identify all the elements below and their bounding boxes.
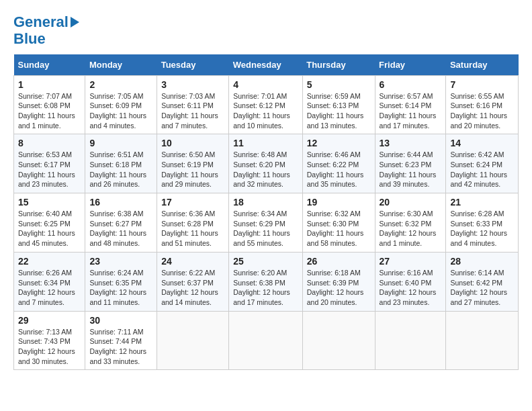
info-line: Sunset: 6:33 PM — [450, 220, 502, 228]
info-line: Sunset: 7:43 PM — [18, 337, 71, 345]
info-line: Sunset: 6:37 PM — [161, 279, 214, 287]
day-info: Sunrise: 6:55 AMSunset: 6:16 PMDaylight:… — [450, 91, 514, 131]
info-line: and 27 minutes. — [450, 298, 500, 306]
day-number: 16 — [89, 197, 152, 208]
info-line: Daylight: 11 hours — [18, 229, 75, 237]
info-line: Sunrise: 6:44 AM — [380, 150, 433, 158]
day-cell: 24Sunrise: 6:22 AMSunset: 6:37 PMDayligh… — [157, 252, 229, 311]
week-row-5: 29Sunrise: 7:13 AMSunset: 7:43 PMDayligh… — [14, 311, 519, 370]
info-line: Sunset: 6:11 PM — [161, 101, 214, 109]
info-line: Sunrise: 6:42 AM — [450, 150, 504, 158]
page-header: General Blue — [13, 13, 519, 48]
info-line: Sunset: 6:14 PM — [380, 101, 432, 109]
info-line: Sunset: 6:22 PM — [307, 161, 359, 169]
info-line: and 4 minutes. — [89, 122, 136, 130]
info-line: Daylight: 12 hours — [307, 288, 364, 296]
week-row-1: 1Sunrise: 7:07 AMSunset: 6:08 PMDaylight… — [14, 75, 519, 134]
info-line: and 10 minutes. — [233, 122, 283, 130]
info-line: Sunset: 6:23 PM — [380, 161, 432, 169]
day-number: 8 — [18, 138, 81, 148]
info-line: Sunset: 6:25 PM — [18, 220, 71, 228]
day-cell: 5Sunrise: 6:59 AMSunset: 6:13 PMDaylight… — [302, 75, 375, 134]
info-line: and 13 minutes. — [307, 122, 357, 130]
info-line: Sunset: 7:44 PM — [89, 337, 142, 345]
day-number: 15 — [18, 197, 81, 208]
day-number: 5 — [307, 79, 371, 90]
info-line: Daylight: 11 hours — [450, 111, 507, 120]
day-cell: 17Sunrise: 6:36 AMSunset: 6:28 PMDayligh… — [157, 193, 229, 253]
logo-arrow-shape — [71, 17, 79, 28]
day-cell: 9Sunrise: 6:51 AMSunset: 6:18 PMDaylight… — [85, 134, 157, 193]
info-line: Sunset: 6:35 PM — [89, 279, 142, 287]
info-line: Sunrise: 6:46 AM — [307, 150, 361, 158]
header-cell-tuesday: Tuesday — [157, 54, 229, 76]
day-info: Sunrise: 7:03 AMSunset: 6:11 PMDaylight:… — [161, 91, 224, 131]
info-line: Daylight: 12 hours — [380, 288, 437, 296]
info-line: Daylight: 11 hours — [18, 111, 75, 120]
header-cell-monday: Monday — [85, 54, 157, 76]
info-line: Sunrise: 6:55 AM — [450, 92, 504, 100]
day-number: 20 — [380, 197, 442, 208]
day-info: Sunrise: 7:07 AMSunset: 6:08 PMDaylight:… — [18, 91, 81, 131]
header-cell-friday: Friday — [375, 54, 446, 76]
day-info: Sunrise: 6:48 AMSunset: 6:20 PMDaylight:… — [233, 150, 298, 189]
day-number: 2 — [89, 79, 152, 90]
info-line: Sunset: 6:12 PM — [233, 101, 285, 109]
info-line: Sunset: 6:08 PM — [18, 101, 71, 109]
info-line: Sunrise: 6:22 AM — [161, 269, 215, 277]
day-info: Sunrise: 6:26 AMSunset: 6:34 PMDaylight:… — [18, 268, 81, 308]
info-line: and 32 minutes. — [233, 180, 283, 188]
week-row-4: 22Sunrise: 6:26 AMSunset: 6:34 PMDayligh… — [14, 252, 519, 311]
day-cell: 19Sunrise: 6:32 AMSunset: 6:30 PMDayligh… — [302, 193, 375, 253]
day-number: 30 — [89, 315, 152, 326]
day-info: Sunrise: 6:14 AMSunset: 6:42 PMDaylight:… — [450, 268, 514, 308]
header-row: SundayMondayTuesdayWednesdayThursdayFrid… — [14, 54, 519, 76]
info-line: and 30 minutes. — [18, 357, 69, 365]
info-line: and 35 minutes. — [307, 180, 357, 188]
day-number: 17 — [161, 197, 224, 208]
day-info: Sunrise: 6:30 AMSunset: 6:32 PMDaylight:… — [380, 209, 442, 248]
day-info: Sunrise: 7:01 AMSunset: 6:12 PMDaylight:… — [233, 91, 298, 131]
day-number: 28 — [450, 256, 514, 267]
day-cell — [375, 311, 446, 370]
info-line: Sunrise: 6:36 AM — [161, 210, 215, 218]
week-row-2: 8Sunrise: 6:53 AMSunset: 6:17 PMDaylight… — [14, 134, 519, 193]
info-line: Sunset: 6:09 PM — [89, 101, 142, 109]
info-line: and 1 minute. — [18, 122, 61, 130]
info-line: Daylight: 11 hours — [233, 229, 290, 237]
info-line: Sunset: 6:28 PM — [161, 220, 214, 228]
day-number: 19 — [307, 197, 371, 208]
day-cell: 22Sunrise: 6:26 AMSunset: 6:34 PMDayligh… — [14, 252, 85, 311]
day-number: 21 — [450, 197, 514, 208]
calendar-header: SundayMondayTuesdayWednesdayThursdayFrid… — [14, 54, 519, 76]
day-cell: 23Sunrise: 6:24 AMSunset: 6:35 PMDayligh… — [85, 252, 157, 311]
day-cell: 6Sunrise: 6:57 AMSunset: 6:14 PMDaylight… — [375, 75, 446, 134]
day-cell: 20Sunrise: 6:30 AMSunset: 6:32 PMDayligh… — [375, 193, 446, 253]
day-info: Sunrise: 6:51 AMSunset: 6:18 PMDaylight:… — [89, 150, 152, 189]
day-cell: 26Sunrise: 6:18 AMSunset: 6:39 PMDayligh… — [302, 252, 375, 311]
info-line: Sunset: 6:20 PM — [233, 161, 285, 169]
day-number: 10 — [161, 138, 224, 148]
info-line: and 51 minutes. — [161, 239, 212, 247]
day-cell: 7Sunrise: 6:55 AMSunset: 6:16 PMDaylight… — [446, 75, 519, 134]
day-cell: 25Sunrise: 6:20 AMSunset: 6:38 PMDayligh… — [229, 252, 302, 311]
info-line: Daylight: 11 hours — [380, 171, 437, 179]
info-line: and 17 minutes. — [233, 298, 283, 306]
day-cell: 2Sunrise: 7:05 AMSunset: 6:09 PMDaylight… — [85, 75, 157, 134]
info-line: Sunset: 6:24 PM — [450, 161, 502, 169]
info-line: Sunset: 6:38 PM — [233, 279, 285, 287]
info-line: Daylight: 11 hours — [380, 111, 437, 120]
info-line: Sunset: 6:16 PM — [450, 101, 502, 109]
info-line: Sunrise: 6:38 AM — [89, 210, 143, 218]
day-info: Sunrise: 6:16 AMSunset: 6:40 PMDaylight:… — [380, 268, 442, 308]
info-line: and 29 minutes. — [161, 180, 212, 188]
day-info: Sunrise: 6:20 AMSunset: 6:38 PMDaylight:… — [233, 268, 298, 308]
day-number: 9 — [89, 138, 152, 148]
calendar-body: 1Sunrise: 7:07 AMSunset: 6:08 PMDaylight… — [14, 75, 519, 370]
info-line: and 14 minutes. — [161, 298, 212, 306]
info-line: Daylight: 11 hours — [233, 171, 290, 179]
day-number: 26 — [307, 256, 371, 267]
day-number: 29 — [18, 315, 81, 326]
day-cell: 18Sunrise: 6:34 AMSunset: 6:29 PMDayligh… — [229, 193, 302, 253]
info-line: Daylight: 12 hours — [89, 288, 146, 296]
